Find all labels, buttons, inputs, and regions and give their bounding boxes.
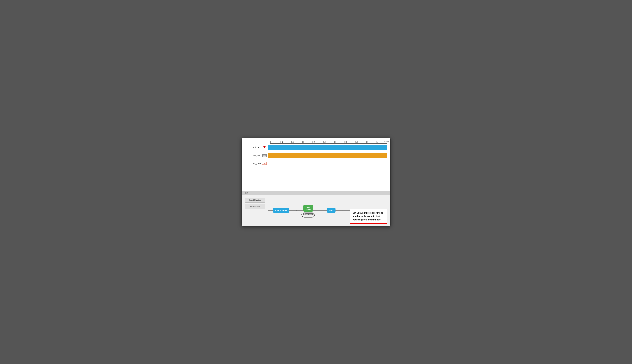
- code-icon: <\>: [262, 161, 267, 166]
- timeline-panel: 0 0.1 0.2 0.3 0.4 0.5 0.6 0.7 0.8 0.9 1 …: [242, 138, 390, 191]
- axis-tick-0: 0: [270, 141, 280, 143]
- loop-arc: [302, 214, 315, 218]
- flow-start-tick: [270, 209, 270, 212]
- flow-arrow-3: →: [341, 209, 344, 212]
- axis-tick-4: 0.4: [312, 141, 323, 143]
- axis-tick-2: 0.2: [291, 141, 302, 143]
- component-label-instr-text: instr_text T: [245, 145, 268, 150]
- keyboard-icon: [262, 153, 267, 158]
- key-resp-bar-area: [268, 153, 387, 158]
- annotation-box: Set up a simple experiment similar to th…: [350, 209, 387, 224]
- flow-nodes: instructions → trials (1.00s) trials_loo…: [273, 205, 344, 215]
- component-row-instr-text: instr_text T: [245, 144, 387, 151]
- axis-tick-9: 0.9: [366, 141, 376, 143]
- component-row-key-resp: key_resp: [245, 152, 387, 159]
- flow-arrow-2: →: [319, 209, 322, 212]
- insert-routine-button[interactable]: Insert Routine: [245, 198, 265, 202]
- app-window: 0 0.1 0.2 0.3 0.4 0.5 0.6 0.7 0.8 0.9 1 …: [242, 138, 391, 226]
- annotation-text: Set up a simple experiment similar to th…: [352, 211, 384, 221]
- text-icon: T: [262, 145, 267, 150]
- component-name-init-code: init_code: [253, 162, 261, 164]
- axis-tick-5: 0.5: [323, 141, 334, 143]
- flow-arrow-1: →: [295, 209, 298, 212]
- component-label-init-code: init_code <\>: [245, 161, 268, 166]
- axis-tick-1: 0.1: [280, 141, 291, 143]
- keyboard-icon-graphic: [262, 154, 267, 157]
- key-resp-bar: [268, 153, 387, 158]
- code-brackets-icon: <\>: [262, 162, 267, 165]
- component-name-key-resp: key_resp: [253, 154, 261, 156]
- flow-node-trials[interactable]: trials (1.00s): [303, 205, 313, 212]
- flow-section-label: Flow: [244, 192, 248, 194]
- axis-labels: 0 0.1 0.2 0.3 0.4 0.5 0.6 0.7 0.8 0.9 1 …: [270, 141, 387, 144]
- flow-panel: Insert Routine Insert Loop instructions …: [242, 195, 390, 226]
- timeline-axis: 0 0.1 0.2 0.3 0.4 0.5 0.6 0.7 0.8 0.9 1 …: [270, 141, 387, 144]
- init-code-bar-area: [268, 161, 387, 166]
- instr-text-bar-area: [268, 145, 387, 150]
- flow-node-end[interactable]: end: [327, 208, 336, 213]
- trials-label: trials: [306, 206, 311, 209]
- axis-unit-label: t (sec): [384, 141, 389, 142]
- loop-wrapper: trials (1.00s) trials_loop: [303, 205, 314, 215]
- flow-divider: Flow: [242, 191, 390, 195]
- component-row-init-code: init_code <\>: [245, 160, 387, 167]
- component-name-instr-text: instr_text: [253, 146, 261, 148]
- flow-buttons-panel: Insert Routine Insert Loop: [245, 198, 265, 223]
- trials-sublabel: (1.00s): [306, 209, 311, 210]
- text-t-icon: T: [263, 145, 266, 149]
- axis-tick-3: 0.3: [302, 141, 312, 143]
- axis-tick-6: 0.6: [334, 141, 344, 143]
- instr-text-bar: [268, 145, 387, 150]
- insert-loop-button[interactable]: Insert Loop: [245, 204, 265, 209]
- component-label-key-resp: key_resp: [245, 153, 268, 158]
- axis-tick-7: 0.7: [344, 141, 355, 143]
- flow-node-instructions[interactable]: instructions: [273, 208, 289, 213]
- axis-tick-8: 0.8: [355, 141, 366, 143]
